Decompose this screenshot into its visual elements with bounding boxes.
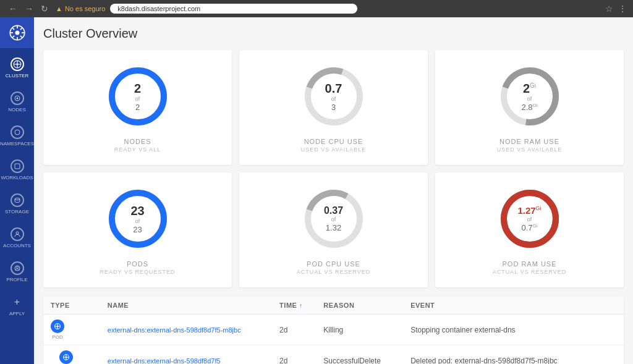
star-icon[interactable]: ☆: [605, 4, 613, 14]
svg-point-41: [65, 357, 67, 358]
event-type-cell: POD: [43, 315, 100, 345]
time-sort-arrow: ↑: [299, 302, 303, 309]
event-reason-cell: SuccessfulDelete: [316, 345, 403, 365]
pods-sublabel: READY VS REQUESTED: [100, 269, 176, 275]
nodes-sub-value: 2: [134, 103, 141, 112]
type-badge: POD: [51, 320, 64, 340]
node-cpu-of: of: [325, 96, 342, 103]
type-badge: REPLICASET: [51, 350, 82, 364]
pod-ram-label: POD RAM USE: [502, 260, 556, 268]
col-event: EVENT: [403, 297, 624, 315]
node-ram-main-value: 2Gi: [521, 81, 537, 96]
browser-actions: ☆ ⋮: [605, 4, 627, 14]
apply-icon: +: [11, 295, 24, 309]
nodes-donut: 2 of 2: [104, 62, 172, 130]
pod-cpu-donut: 0.37 of 1.32: [300, 185, 368, 253]
browser-warning: ▲ No es seguro: [56, 5, 105, 12]
svg-point-20: [15, 198, 20, 200]
accounts-label: ACCOUNTS: [3, 243, 31, 248]
storage-icon: [11, 193, 24, 207]
svg-line-7: [20, 36, 22, 38]
menu-icon[interactable]: ⋮: [618, 4, 627, 14]
svg-point-17: [16, 97, 18, 99]
browser-url-bar[interactable]: k8dash.disasterproject.com: [110, 4, 357, 14]
event-name-link[interactable]: external-dns:external-dns-598df8d7f5: [108, 357, 221, 365]
main-content: Cluster Overview 2 of 2 NODES READY VS A…: [34, 17, 633, 364]
node-cpu-main-value: 0.7: [325, 81, 342, 96]
type-icon: [51, 320, 64, 333]
event-name-cell[interactable]: external-dns:external-dns-598df8d7f5-m8j…: [100, 315, 272, 345]
pods-of: of: [130, 218, 144, 225]
svg-line-8: [20, 28, 22, 30]
pods-donut: 23 of 23: [104, 185, 172, 253]
browser-bar: ← → ↻ ▲ No es seguro k8dash.disasterproj…: [0, 0, 633, 17]
nodes-icon: [11, 91, 24, 105]
svg-point-18: [15, 130, 20, 135]
pod-ram-donut: 1.27Gi of 0.7Gi: [496, 185, 564, 253]
event-name-link[interactable]: external-dns:external-dns-598df8d7f5-m8j…: [108, 326, 241, 334]
forward-button[interactable]: →: [22, 2, 36, 15]
node-cpu-donut: 0.7 of 3: [300, 62, 368, 130]
node-ram-main-sup: Gi: [530, 82, 536, 89]
sidebar-logo[interactable]: [0, 17, 34, 48]
event-name-cell[interactable]: external-dns:external-dns-598df8d7f5: [100, 345, 272, 365]
svg-point-35: [57, 326, 59, 328]
node-cpu-label: NODE CPU USE: [304, 138, 363, 145]
node-ram-sub-value: 2.8Gi: [521, 102, 537, 112]
nodes-label: NODES: [8, 107, 25, 112]
sidebar-item-apply[interactable]: + APPLY: [0, 289, 34, 323]
svg-point-23: [16, 266, 18, 268]
sidebar-item-cluster[interactable]: CLUSTER: [0, 51, 34, 85]
pod-cpu-card: 0.37 of 1.32 POD CPU USE ACTUAL VS RESER…: [239, 172, 428, 287]
svg-line-9: [12, 36, 14, 38]
pod-ram-sub-value: 0.7Gi: [517, 222, 541, 232]
events-table: TYPE NAME TIME ↑ REASON EVENT: [43, 297, 624, 364]
sidebar-item-accounts[interactable]: ACCOUNTS: [0, 221, 34, 255]
sidebar-item-namespaces[interactable]: NAMESPACES: [0, 119, 34, 153]
nodes-label: NODES: [124, 138, 151, 145]
event-description-cell: Deleted pod: external-dns-598df8d7f5-m8j…: [403, 345, 624, 365]
pod-ram-card: 1.27Gi of 0.7Gi POD RAM USE ACTUAL VS RE…: [435, 172, 624, 287]
sidebar-item-profile[interactable]: PROFILE: [0, 255, 34, 289]
page-title: Cluster Overview: [43, 27, 624, 41]
nodes-sublabel: READY VS ALL: [114, 146, 161, 153]
pod-ram-main-value: 1.27Gi: [517, 205, 541, 216]
sidebar-item-storage[interactable]: STORAGE: [0, 187, 34, 221]
cluster-icon: [11, 57, 24, 71]
table-row: POD external-dns:external-dns-598df8d7f5…: [43, 315, 624, 345]
node-cpu-sublabel: USED VS AVAILABLE: [301, 146, 367, 153]
refresh-button[interactable]: ↻: [38, 2, 51, 15]
accounts-icon: [11, 227, 24, 241]
node-ram-label: NODE RAM USE: [499, 138, 559, 145]
node-ram-card: 2Gi of 2.8Gi NODE RAM USE USED VS AVAILA…: [435, 50, 624, 165]
col-type: TYPE: [43, 297, 100, 315]
workloads-icon: [11, 159, 24, 173]
pods-main-value: 23: [130, 203, 144, 218]
pod-cpu-sub-value: 1.32: [324, 223, 343, 233]
col-time[interactable]: TIME ↑: [272, 297, 316, 315]
cluster-label: CLUSTER: [6, 73, 28, 78]
pods-sub-value: 23: [130, 225, 144, 235]
namespaces-label: NAMESPACES: [0, 141, 34, 146]
table-row: REPLICASET external-dns:external-dns-598…: [43, 345, 624, 365]
pod-cpu-label: POD CPU USE: [307, 260, 360, 268]
nodes-of: of: [134, 96, 141, 103]
sidebar-item-workloads[interactable]: WORKLOADS: [0, 153, 34, 187]
event-description-cell: Stopping container external-dns: [403, 315, 624, 345]
svg-point-1: [15, 31, 19, 35]
node-ram-donut: 2Gi of 2.8Gi: [496, 62, 564, 130]
svg-point-11: [16, 63, 19, 66]
event-time-cell: 2d: [272, 315, 316, 345]
pod-ram-sublabel: ACTUAL VS RESERVED: [493, 269, 567, 275]
card-grid: 2 of 2 NODES READY VS ALL 0.7: [43, 50, 624, 287]
pod-cpu-sublabel: ACTUAL VS RESERVED: [297, 269, 371, 275]
workloads-label: WORKLOADS: [1, 175, 33, 180]
event-time-cell: 2d: [272, 345, 316, 365]
pods-label: PODS: [127, 260, 148, 268]
app-container: CLUSTER NODES NAMESPACES: [0, 17, 633, 364]
back-button[interactable]: ←: [6, 2, 20, 15]
browser-nav[interactable]: ← → ↻: [6, 2, 51, 15]
sidebar-item-nodes[interactable]: NODES: [0, 85, 34, 119]
sidebar: CLUSTER NODES NAMESPACES: [0, 17, 34, 364]
event-type-cell: REPLICASET: [43, 345, 100, 365]
